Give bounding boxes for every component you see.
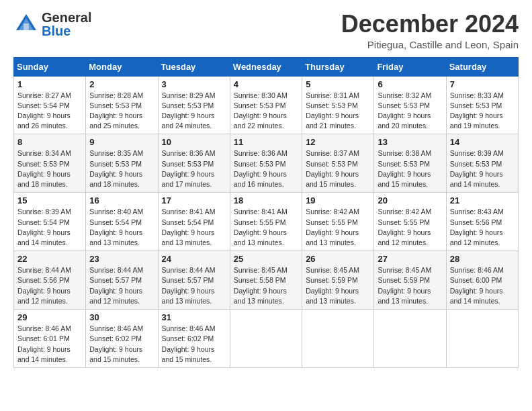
table-row: 2 Sunrise: 8:28 AMSunset: 5:53 PMDayligh… (86, 76, 158, 134)
day-number: 7 (450, 79, 515, 89)
svg-rect-2 (24, 24, 29, 30)
day-number: 19 (306, 195, 370, 205)
day-info: Sunrise: 8:39 AMSunset: 5:54 PMDaylight:… (17, 208, 71, 246)
table-row: 24 Sunrise: 8:44 AMSunset: 5:57 PMDaylig… (158, 251, 230, 310)
day-number: 14 (450, 137, 515, 147)
table-row: 20 Sunrise: 8:42 AMSunset: 5:55 PMDaylig… (374, 193, 446, 251)
day-number: 4 (234, 79, 298, 89)
day-number: 12 (306, 137, 370, 147)
col-thursday: Thursday (302, 57, 374, 76)
table-row: 23 Sunrise: 8:44 AMSunset: 5:57 PMDaylig… (86, 251, 158, 310)
day-info: Sunrise: 8:35 AMSunset: 5:53 PMDaylight:… (89, 149, 143, 188)
table-row: 14 Sunrise: 8:39 AMSunset: 5:53 PMDaylig… (446, 134, 518, 193)
header: General Blue December 2024 Pitiegua, Cas… (13, 11, 519, 50)
day-info: Sunrise: 8:42 AMSunset: 5:55 PMDaylight:… (306, 208, 359, 246)
table-row: 3 Sunrise: 8:29 AMSunset: 5:53 PMDayligh… (158, 76, 230, 134)
col-wednesday: Wednesday (230, 57, 302, 76)
logo-general-text: General (42, 11, 91, 24)
table-row: 17 Sunrise: 8:41 AMSunset: 5:54 PMDaylig… (158, 193, 230, 251)
table-row: 21 Sunrise: 8:43 AMSunset: 5:56 PMDaylig… (446, 193, 518, 251)
day-number: 1 (17, 79, 82, 89)
table-row (230, 310, 302, 368)
day-info: Sunrise: 8:33 AMSunset: 5:53 PMDaylight:… (450, 91, 504, 130)
day-info: Sunrise: 8:36 AMSunset: 5:53 PMDaylight:… (162, 149, 216, 188)
day-number: 27 (378, 254, 442, 264)
day-info: Sunrise: 8:44 AMSunset: 5:57 PMDaylight:… (162, 266, 216, 305)
table-row: 31 Sunrise: 8:46 AMSunset: 6:02 PMDaylig… (158, 310, 230, 368)
day-info: Sunrise: 8:27 AMSunset: 5:54 PMDaylight:… (17, 91, 71, 130)
table-row: 25 Sunrise: 8:45 AMSunset: 5:58 PMDaylig… (230, 251, 302, 310)
table-row: 1 Sunrise: 8:27 AMSunset: 5:54 PMDayligh… (14, 76, 86, 134)
calendar-week-row: 8 Sunrise: 8:34 AMSunset: 5:53 PMDayligh… (14, 134, 519, 193)
table-row: 18 Sunrise: 8:41 AMSunset: 5:55 PMDaylig… (230, 193, 302, 251)
day-number: 15 (17, 195, 82, 205)
day-number: 26 (306, 254, 370, 264)
day-info: Sunrise: 8:41 AMSunset: 5:54 PMDaylight:… (162, 208, 216, 246)
day-info: Sunrise: 8:46 AMSunset: 6:00 PMDaylight:… (450, 266, 504, 305)
table-row: 13 Sunrise: 8:38 AMSunset: 5:53 PMDaylig… (374, 134, 446, 193)
day-number: 3 (162, 79, 226, 89)
day-info: Sunrise: 8:34 AMSunset: 5:53 PMDaylight:… (17, 149, 71, 188)
day-number: 23 (89, 254, 154, 264)
table-row: 9 Sunrise: 8:35 AMSunset: 5:53 PMDayligh… (86, 134, 158, 193)
table-row: 28 Sunrise: 8:46 AMSunset: 6:00 PMDaylig… (446, 251, 518, 310)
day-info: Sunrise: 8:38 AMSunset: 5:53 PMDaylight:… (378, 149, 431, 188)
col-tuesday: Tuesday (158, 57, 230, 76)
day-number: 2 (89, 79, 154, 89)
table-row: 6 Sunrise: 8:32 AMSunset: 5:53 PMDayligh… (374, 76, 446, 134)
col-sunday: Sunday (14, 57, 86, 76)
day-info: Sunrise: 8:29 AMSunset: 5:53 PMDaylight:… (162, 91, 216, 130)
table-row: 29 Sunrise: 8:46 AMSunset: 6:01 PMDaylig… (14, 310, 86, 368)
col-saturday: Saturday (446, 57, 518, 76)
month-title: December 2024 (341, 11, 519, 38)
day-number: 24 (162, 254, 226, 264)
day-number: 11 (234, 137, 298, 147)
day-info: Sunrise: 8:43 AMSunset: 5:56 PMDaylight:… (450, 208, 504, 246)
table-row: 4 Sunrise: 8:30 AMSunset: 5:53 PMDayligh… (230, 76, 302, 134)
day-info: Sunrise: 8:44 AMSunset: 5:56 PMDaylight:… (17, 266, 71, 305)
day-number: 29 (17, 312, 82, 322)
day-number: 28 (450, 254, 515, 264)
table-row: 19 Sunrise: 8:42 AMSunset: 5:55 PMDaylig… (302, 193, 374, 251)
table-row: 12 Sunrise: 8:37 AMSunset: 5:53 PMDaylig… (302, 134, 374, 193)
day-number: 9 (89, 137, 154, 147)
table-row: 16 Sunrise: 8:40 AMSunset: 5:54 PMDaylig… (86, 193, 158, 251)
table-row: 15 Sunrise: 8:39 AMSunset: 5:54 PMDaylig… (14, 193, 86, 251)
table-row: 7 Sunrise: 8:33 AMSunset: 5:53 PMDayligh… (446, 76, 518, 134)
logo: General Blue (13, 11, 91, 38)
day-info: Sunrise: 8:45 AMSunset: 5:59 PMDaylight:… (378, 266, 431, 305)
table-row: 5 Sunrise: 8:31 AMSunset: 5:53 PMDayligh… (302, 76, 374, 134)
table-row: 8 Sunrise: 8:34 AMSunset: 5:53 PMDayligh… (14, 134, 86, 193)
page: General Blue December 2024 Pitiegua, Cas… (0, 0, 532, 411)
col-friday: Friday (374, 57, 446, 76)
day-info: Sunrise: 8:36 AMSunset: 5:53 PMDaylight:… (234, 149, 287, 188)
day-info: Sunrise: 8:46 AMSunset: 6:01 PMDaylight:… (17, 324, 71, 363)
table-row: 11 Sunrise: 8:36 AMSunset: 5:53 PMDaylig… (230, 134, 302, 193)
day-number: 25 (234, 254, 298, 264)
day-info: Sunrise: 8:46 AMSunset: 6:02 PMDaylight:… (89, 324, 143, 363)
title-block: December 2024 Pitiegua, Castille and Leo… (341, 11, 519, 50)
day-number: 30 (89, 312, 154, 322)
table-row: 26 Sunrise: 8:45 AMSunset: 5:59 PMDaylig… (302, 251, 374, 310)
calendar-week-row: 22 Sunrise: 8:44 AMSunset: 5:56 PMDaylig… (14, 251, 519, 310)
day-number: 8 (17, 137, 82, 147)
day-info: Sunrise: 8:45 AMSunset: 5:58 PMDaylight:… (234, 266, 287, 305)
table-row: 27 Sunrise: 8:45 AMSunset: 5:59 PMDaylig… (374, 251, 446, 310)
day-number: 31 (162, 312, 226, 322)
day-number: 22 (17, 254, 82, 264)
logo-icon (13, 11, 39, 37)
table-row: 30 Sunrise: 8:46 AMSunset: 6:02 PMDaylig… (86, 310, 158, 368)
day-info: Sunrise: 8:42 AMSunset: 5:55 PMDaylight:… (378, 208, 431, 246)
day-number: 5 (306, 79, 370, 89)
day-info: Sunrise: 8:37 AMSunset: 5:53 PMDaylight:… (306, 149, 359, 188)
day-number: 18 (234, 195, 298, 205)
col-monday: Monday (86, 57, 158, 76)
table-row (374, 310, 446, 368)
calendar-week-row: 15 Sunrise: 8:39 AMSunset: 5:54 PMDaylig… (14, 193, 519, 251)
table-row: 10 Sunrise: 8:36 AMSunset: 5:53 PMDaylig… (158, 134, 230, 193)
day-info: Sunrise: 8:40 AMSunset: 5:54 PMDaylight:… (89, 208, 143, 246)
day-info: Sunrise: 8:28 AMSunset: 5:53 PMDaylight:… (89, 91, 143, 130)
day-info: Sunrise: 8:39 AMSunset: 5:53 PMDaylight:… (450, 149, 504, 188)
table-row (446, 310, 518, 368)
day-number: 6 (378, 79, 442, 89)
